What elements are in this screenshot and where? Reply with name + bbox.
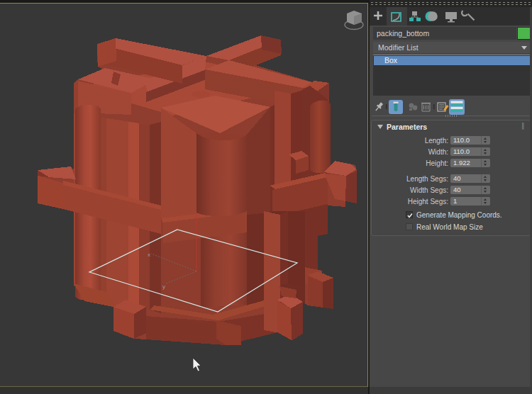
- svg-text:x: x: [148, 252, 150, 258]
- svg-text:y: y: [162, 283, 165, 290]
